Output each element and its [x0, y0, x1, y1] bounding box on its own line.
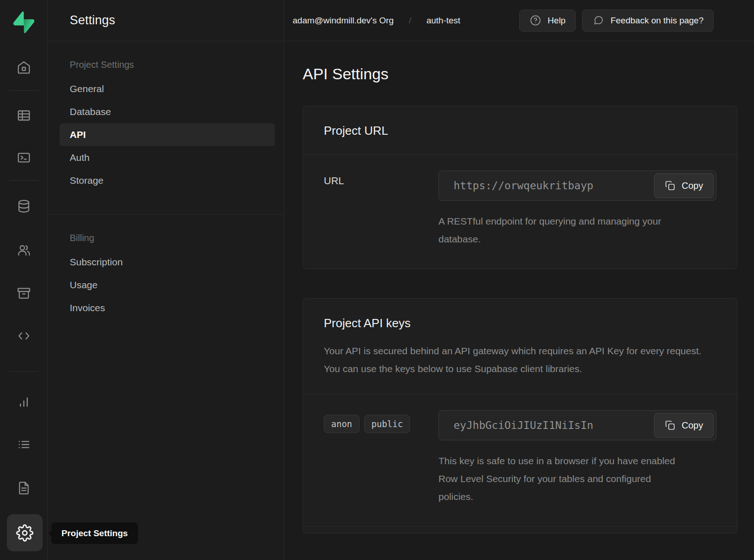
nav-item-subscription[interactable]: Subscription	[48, 251, 284, 274]
edge-functions-icon[interactable]	[16, 328, 32, 344]
supabase-logo[interactable]	[13, 11, 34, 33]
sql-editor-icon[interactable]	[16, 150, 32, 165]
copy-url-button[interactable]: Copy	[654, 173, 714, 198]
api-settings-content: API Settings Project URL URL https://orw…	[284, 41, 754, 533]
project-settings-tooltip: Project Settings	[51, 522, 138, 544]
nav-item-auth[interactable]: Auth	[48, 146, 284, 169]
nav-item-storage[interactable]: Storage	[48, 169, 284, 192]
feedback-button-label: Feedback on this page?	[610, 16, 704, 26]
project-url-input[interactable]: https://orwqeukritbayp Copy	[438, 170, 716, 201]
docs-icon[interactable]	[16, 480, 32, 496]
url-field-label: URL	[324, 175, 344, 187]
reports-icon[interactable]	[16, 394, 32, 410]
top-bar: adam@windmill.dev's Org / auth-test Help…	[284, 0, 754, 41]
settings-nav-header: Settings	[48, 0, 284, 41]
project-settings-gear-button[interactable]	[7, 514, 43, 551]
anon-badge: anon	[324, 415, 360, 433]
rail-divider	[9, 180, 39, 181]
help-circle-icon	[529, 14, 542, 27]
rail-divider	[9, 90, 39, 91]
project-api-keys-card: Project API keys Your API is secured beh…	[303, 298, 737, 533]
breadcrumb-project[interactable]: auth-test	[427, 16, 460, 26]
public-badge: public	[364, 415, 410, 433]
icon-rail	[0, 0, 48, 560]
auth-users-icon[interactable]	[16, 242, 32, 258]
feedback-button[interactable]: Feedback on this page?	[582, 10, 714, 32]
settings-gear-icon	[16, 524, 33, 542]
api-keys-description-line1: Your API is secured behind an API gatewa…	[324, 342, 704, 360]
anon-key-input[interactable]: eyJhbGciOiJIUzI1NiIsIn Copy	[438, 410, 716, 440]
table-editor-icon[interactable]	[16, 108, 32, 123]
help-button[interactable]: Help	[519, 10, 576, 32]
api-keys-description-line2: You can use the keys below to use Supaba…	[324, 360, 704, 378]
url-description: A RESTful endpoint for querying and mana…	[438, 213, 688, 248]
settings-title: Settings	[70, 13, 115, 27]
settings-nav: Settings Project Settings General Databa…	[48, 0, 284, 560]
help-button-label: Help	[548, 16, 566, 26]
breadcrumb-separator: /	[409, 16, 411, 26]
nav-item-api[interactable]: API	[60, 123, 275, 146]
copy-anon-key-button[interactable]: Copy	[654, 413, 714, 438]
nav-section-billing: Billing	[48, 233, 284, 243]
copy-icon	[665, 180, 676, 191]
copy-anon-key-label: Copy	[682, 420, 703, 431]
anon-key-description: This key is safe to use in a browser if …	[438, 452, 688, 506]
speech-bubble-icon	[592, 14, 604, 27]
api-keys-card-title: Project API keys	[324, 316, 716, 330]
database-icon[interactable]	[16, 198, 32, 214]
nav-item-database[interactable]: Database	[48, 100, 284, 123]
project-url-card: Project URL URL https://orwqeukritbayp	[303, 106, 737, 269]
copy-icon	[665, 420, 676, 431]
nav-item-invoices[interactable]: Invoices	[48, 296, 284, 319]
page-title: API Settings	[303, 65, 754, 83]
nav-divider	[48, 214, 284, 214]
nav-item-general[interactable]: General	[48, 77, 284, 100]
copy-url-label: Copy	[682, 181, 703, 191]
logs-icon[interactable]	[16, 437, 32, 452]
home-icon[interactable]	[16, 60, 32, 75]
breadcrumb-org[interactable]: adam@windmill.dev's Org	[293, 16, 394, 26]
main-column: adam@windmill.dev's Org / auth-test Help…	[284, 0, 754, 560]
storage-icon[interactable]	[16, 285, 32, 301]
nav-item-usage[interactable]: Usage	[48, 274, 284, 296]
rail-divider	[9, 371, 39, 372]
project-url-card-title: Project URL	[324, 124, 716, 138]
nav-section-project-settings: Project Settings	[48, 60, 284, 70]
